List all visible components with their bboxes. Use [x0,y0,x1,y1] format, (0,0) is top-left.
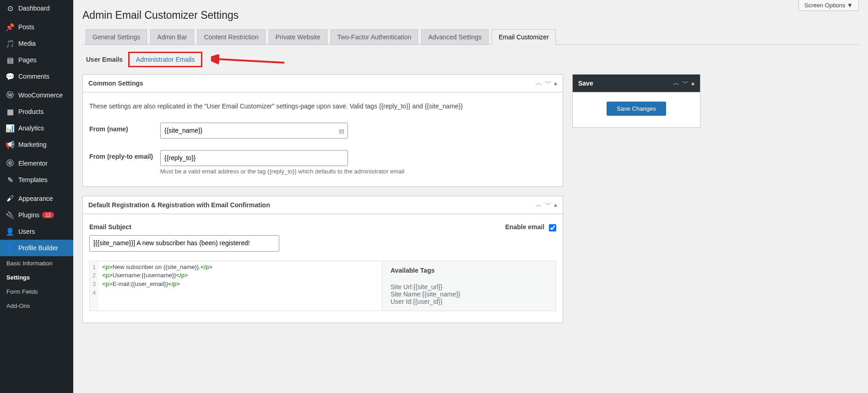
email-subject-input[interactable] [89,235,279,251]
main-content: Screen Options ▼ Admin Email Customizer … [73,0,868,393]
edit-icon: ▤ [339,127,344,134]
users-icon: 👤 [5,227,15,236]
from-reply-label: From (reply-to email) [89,150,160,160]
save-box: Save ︿ ﹀ ▴ Save Changes [572,74,700,128]
sidebar-item-templates[interactable]: ✎Templates [0,172,73,188]
sidebar-item-users[interactable]: 👤Users [0,223,73,240]
toggle-icon[interactable]: ▴ [554,79,557,87]
sidebar-label: Analytics [18,124,44,132]
sidebar-sub-basic-information[interactable]: Basic Information [0,256,73,270]
sidebar-item-media[interactable]: 🎵Media [0,35,73,52]
marketing-icon: 📢 [5,140,15,149]
pin-icon: 📌 [5,22,15,32]
sidebar-label: Plugins [18,211,39,219]
comments-icon: 💬 [5,72,15,81]
templates-icon: ✎ [5,175,15,184]
tab-private-website[interactable]: Private Website [269,29,327,45]
sidebar-label: Dashboard [18,5,50,12]
move-down-icon[interactable]: ﹀ [545,201,551,209]
from-reply-input[interactable] [160,150,348,166]
sidebar-label: Elementor [18,160,48,167]
sidebar-label: Marketing [18,141,46,148]
sidebar-item-appearance[interactable]: 🖌Appearance [0,190,73,207]
move-down-icon[interactable]: ﹀ [682,79,689,87]
common-settings-box: Common Settings ︿ ﹀ ▴ These settings are… [82,74,563,187]
enable-email-label: Enable email [505,223,545,231]
sidebar-item-dashboard[interactable]: ⊙Dashboard [0,0,73,16]
sidebar-item-elementor[interactable]: ⓔElementor [0,155,73,172]
svg-line-0 [216,59,284,63]
subtab-user-emails[interactable]: User Emails [82,54,126,65]
common-settings-desc: These settings are also replicated in th… [89,102,556,111]
move-up-icon[interactable]: ︿ [536,201,542,209]
save-changes-button[interactable]: Save Changes [607,102,666,116]
email-body-editor: 1234 <p>New subscriber on {{site_name}}.… [89,261,556,311]
sub-tabs: User Emails Administrator Emails [82,52,859,67]
move-down-icon[interactable]: ﹀ [545,79,551,87]
registration-header: Default Registration & Registration with… [83,196,563,214]
page-title: Admin Email Customizer Settings [82,9,859,22]
common-settings-header: Common Settings ︿ ﹀ ▴ [83,75,563,92]
sidebar-item-plugins[interactable]: 🔌Plugins12 [0,207,73,223]
tab-general-settings[interactable]: General Settings [86,29,147,45]
subtab-admin-emails[interactable]: Administrator Emails [132,54,198,65]
sidebar-item-analytics[interactable]: 📊Analytics [0,120,73,136]
sidebar-sub-form-fields[interactable]: Form Fields [0,285,73,299]
save-title: Save [578,80,593,87]
registration-title: Default Registration & Registration with… [88,201,270,209]
move-up-icon[interactable]: ︿ [536,79,542,87]
available-tags-title: Available Tags [391,267,548,274]
woo-icon: ⓦ [5,91,15,100]
sidebar-label: Pages [18,56,37,64]
plugins-icon: 🔌 [5,210,15,220]
tab-admin-bar[interactable]: Admin Bar [150,29,194,45]
tag-item[interactable]: User Id:{{user_id}} [391,298,548,305]
elementor-icon: ⓔ [5,159,15,168]
sidebar-label: Templates [18,176,48,183]
available-tags-panel: Available Tags Site Url:{{site_url}}Site… [382,261,556,311]
tab-content-restriction[interactable]: Content Restriction [197,29,266,45]
sidebar-label: Profile Builder [18,244,58,252]
annotation-arrow [211,54,289,65]
sidebar-item-posts[interactable]: 📌Posts [0,19,73,35]
code-content[interactable]: <p>New subscriber on {{site_name}}.</p><… [98,261,216,311]
move-up-icon[interactable]: ︿ [673,79,679,87]
sidebar-item-marketing[interactable]: 📢Marketing [0,136,73,153]
nav-tabs: General SettingsAdmin BarContent Restric… [82,28,859,45]
sidebar-item-profile-builder[interactable]: 👤Profile Builder [0,240,73,256]
tag-item[interactable]: Site Name:{{site_name}} [391,291,548,298]
tab-two-factor-authentication[interactable]: Two-Factor Authentication [331,29,418,45]
toggle-icon[interactable]: ▴ [554,201,557,209]
email-subject-label: Email Subject [89,223,556,231]
registration-box: Default Registration & Registration with… [82,196,563,323]
tab-email-customizer[interactable]: Email Customizer [492,29,556,45]
tab-advanced-settings[interactable]: Advanced Settings [421,29,488,45]
sidebar-item-comments[interactable]: 💬Comments [0,68,73,85]
update-badge: 12 [42,212,54,218]
toggle-icon[interactable]: ▴ [691,79,694,87]
tag-item[interactable]: Site Url:{{site_url}} [391,283,548,291]
sidebar-item-products[interactable]: ▦Products [0,103,73,120]
code-gutter: 1234 [90,261,98,311]
sidebar-label: Users [18,228,35,235]
from-name-input[interactable] [160,123,348,139]
sidebar-label: Products [18,108,43,115]
sidebar-item-pages[interactable]: ▤Pages [0,52,73,68]
enable-email-checkbox[interactable] [549,224,556,231]
sidebar-label: Comments [18,73,49,80]
sidebar-label: Appearance [18,195,53,202]
profile-icon: 👤 [5,243,15,253]
sidebar-sub-settings[interactable]: Settings [0,270,73,285]
analytics-icon: 📊 [5,124,15,133]
media-icon: 🎵 [5,39,15,48]
enable-email-wrap: Enable email [505,223,556,231]
from-reply-help: Must be a valid email address or the tag… [160,168,556,175]
products-icon: ▦ [5,107,15,116]
admin-sidebar: ⊙Dashboard📌Posts🎵Media▤Pages💬CommentsⓦWo… [0,0,73,393]
common-settings-title: Common Settings [88,80,143,87]
appearance-icon: 🖌 [5,194,15,203]
pages-icon: ▤ [5,55,15,65]
sidebar-item-woocommerce[interactable]: ⓦWooCommerce [0,87,73,103]
screen-options-button[interactable]: Screen Options ▼ [798,0,859,11]
sidebar-sub-add-ons[interactable]: Add-Ons [0,299,73,313]
